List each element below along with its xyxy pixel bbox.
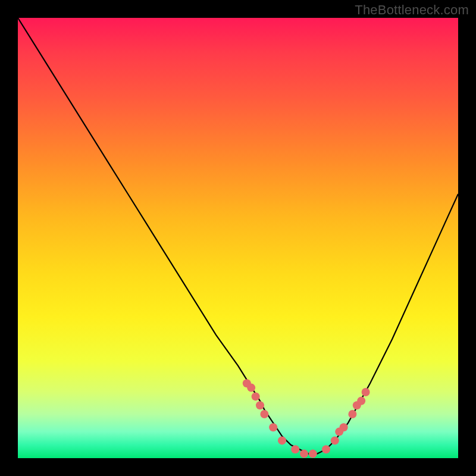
marker-point	[256, 401, 264, 409]
marker-point	[269, 423, 277, 431]
marker-point	[331, 436, 339, 444]
marker-point	[260, 410, 268, 418]
marker-point	[252, 392, 260, 400]
bottleneck-curve	[18, 18, 458, 454]
marker-point	[278, 436, 286, 444]
marker-point	[357, 397, 365, 405]
marker-point	[348, 410, 356, 418]
marker-point	[300, 450, 308, 458]
marker-point	[322, 445, 330, 453]
marker-point	[362, 388, 370, 396]
chart-svg	[18, 18, 458, 458]
marker-point	[340, 423, 348, 431]
marker-point	[309, 450, 317, 458]
plot-area	[18, 18, 458, 458]
viewport: TheBottleneck.com	[0, 0, 476, 476]
marker-point	[247, 384, 255, 392]
marker-point	[291, 445, 299, 453]
watermark-text: TheBottleneck.com	[355, 2, 469, 18]
